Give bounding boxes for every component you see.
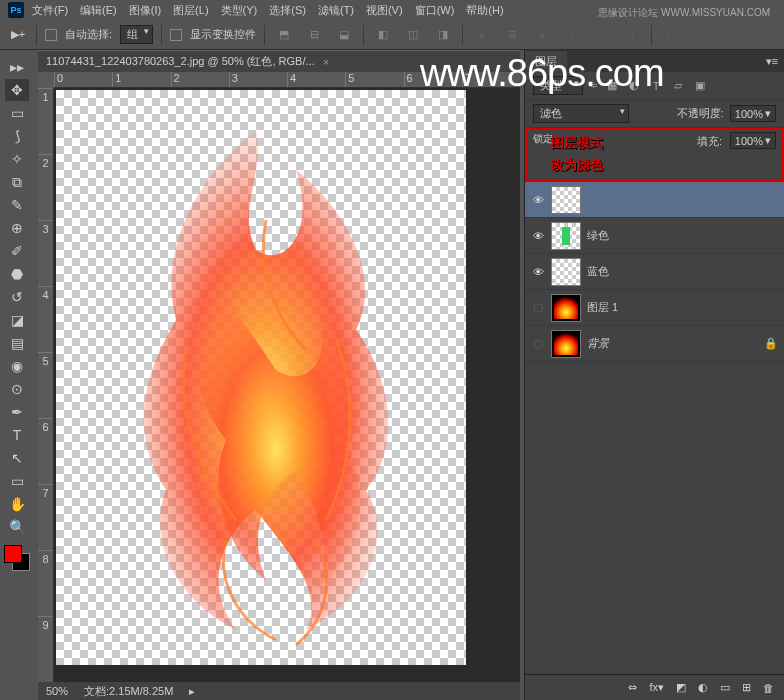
blend-mode-select[interactable]: 滤色 (533, 104, 629, 123)
align-hcenter-icon[interactable]: ◫ (402, 24, 424, 46)
group-icon[interactable]: ▭ (720, 681, 730, 694)
filter-pixel-icon[interactable]: ▦ (604, 78, 620, 94)
move-tool[interactable]: ✥ (5, 79, 29, 101)
layer-thumb[interactable] (551, 186, 581, 214)
status-bar: 50% 文档:2.15M/8.25M ▸ (38, 682, 520, 700)
layer-name[interactable]: 蓝色 (587, 264, 778, 279)
artboard[interactable] (56, 90, 466, 665)
align-left-icon[interactable]: ◧ (372, 24, 394, 46)
new-layer-icon[interactable]: ⊞ (742, 681, 751, 694)
dodge-tool[interactable]: ⊙ (5, 378, 29, 400)
filter-adjust-icon[interactable]: ◐ (626, 78, 642, 94)
layer-row[interactable]: 👁 绿色 (525, 218, 784, 254)
align-top-icon[interactable]: ⬒ (273, 24, 295, 46)
auto-select-checkbox[interactable] (45, 29, 57, 41)
visibility-icon[interactable]: 👁 (531, 193, 545, 207)
opacity-value[interactable]: 100% ▾ (730, 105, 776, 122)
close-tab-icon[interactable]: × (323, 56, 329, 68)
visibility-icon[interactable]: ▢ (531, 301, 545, 315)
show-transform-checkbox[interactable] (170, 29, 182, 41)
visibility-icon[interactable]: 👁 (531, 265, 545, 279)
gradient-tool[interactable]: ▤ (5, 332, 29, 354)
menu-window[interactable]: 窗口(W) (411, 1, 459, 20)
stamp-tool[interactable]: ⬣ (5, 263, 29, 285)
menu-file[interactable]: 文件(F) (28, 1, 72, 20)
layer-fx-icon[interactable]: fx▾ (649, 681, 664, 694)
adjustment-layer-icon[interactable]: ◐ (698, 681, 708, 694)
distribute-left-icon[interactable]: ⋮ (561, 24, 583, 46)
visibility-icon[interactable]: 👁 (531, 229, 545, 243)
distribute-hcenter-icon[interactable]: ⋮ (591, 24, 613, 46)
delete-layer-icon[interactable]: 🗑 (763, 682, 774, 694)
distribute-top-icon[interactable]: ≡ (471, 24, 493, 46)
blur-tool[interactable]: ◉ (5, 355, 29, 377)
hand-tool[interactable]: ✋ (5, 493, 29, 515)
layer-row[interactable]: 👁 (525, 182, 784, 218)
layer-name[interactable]: 绿色 (587, 228, 778, 243)
layer-row[interactable]: ▢ 图层 1 (525, 290, 784, 326)
layer-thumb[interactable] (551, 294, 581, 322)
path-tool[interactable]: ↖ (5, 447, 29, 469)
3d-mode-icon[interactable]: ⬚ (660, 24, 682, 46)
align-vcenter-icon[interactable]: ⊟ (303, 24, 325, 46)
layer-name[interactable]: 背景 (587, 336, 758, 351)
canvas[interactable] (54, 88, 520, 682)
pen-tool[interactable]: ✒ (5, 401, 29, 423)
layer-thumb[interactable] (551, 222, 581, 250)
distribute-bottom-icon[interactable]: ≡ (531, 24, 553, 46)
menu-filter[interactable]: 滤镜(T) (314, 1, 358, 20)
fill-label: 填充: (697, 134, 722, 149)
tab-layers[interactable]: 图层 (525, 51, 567, 72)
color-swatch[interactable] (4, 545, 30, 571)
layer-row[interactable]: ▢ 背景 🔒 (525, 326, 784, 362)
align-bottom-icon[interactable]: ⬓ (333, 24, 355, 46)
layer-thumb[interactable] (551, 258, 581, 286)
layers-panel: 图层 ▾≡ 类型 ≑ ▦ ◐ T ▱ ▣ 滤色 不透明度: 100% ▾ 锁定 … (524, 50, 784, 700)
lasso-tool[interactable]: ⟆ (5, 125, 29, 147)
layer-row[interactable]: 👁 蓝色 (525, 254, 784, 290)
brush-tool[interactable]: ✐ (5, 240, 29, 262)
document-tab[interactable]: 11074431_122403780263_2.jpg @ 50% (红色, R… (38, 50, 520, 72)
layer-name[interactable]: 图层 1 (587, 300, 778, 315)
filter-shape-icon[interactable]: ▱ (670, 78, 686, 94)
menu-edit[interactable]: 编辑(E) (76, 1, 121, 20)
fill-value[interactable]: 100% ▾ (730, 132, 776, 149)
wand-tool[interactable]: ✧ (5, 148, 29, 170)
menu-layer[interactable]: 图层(L) (169, 1, 212, 20)
collapse-icon[interactable]: ▸▸ (5, 56, 29, 78)
distribute-right-icon[interactable]: ⋮ (621, 24, 643, 46)
ruler-horizontal[interactable]: 0 1 2 3 4 5 6 7 (54, 72, 520, 88)
menu-view[interactable]: 视图(V) (362, 1, 407, 20)
menubar: Ps 文件(F) 编辑(E) 图像(I) 图层(L) 类型(Y) 选择(S) 滤… (0, 0, 784, 20)
shape-tool[interactable]: ▭ (5, 470, 29, 492)
foreground-color[interactable] (4, 545, 22, 563)
auto-select-target[interactable]: 组 (120, 25, 153, 44)
crop-tool[interactable]: ⧉ (5, 171, 29, 193)
align-right-icon[interactable]: ◨ (432, 24, 454, 46)
zoom-level[interactable]: 50% (46, 685, 68, 697)
eyedropper-tool[interactable]: ✎ (5, 194, 29, 216)
menu-help[interactable]: 帮助(H) (462, 1, 507, 20)
ruler-vertical[interactable]: 1 2 3 4 5 6 7 8 9 (38, 88, 54, 682)
menu-image[interactable]: 图像(I) (125, 1, 165, 20)
layer-thumb[interactable] (551, 330, 581, 358)
zoom-tool[interactable]: 🔍 (5, 516, 29, 538)
filter-type-icon[interactable]: T (648, 78, 664, 94)
visibility-icon[interactable]: ▢ (531, 337, 545, 351)
doc-info-flyout-icon[interactable]: ▸ (189, 685, 195, 698)
distribute-vcenter-icon[interactable]: ≣ (501, 24, 523, 46)
menu-select[interactable]: 选择(S) (265, 1, 310, 20)
panel-menu-icon[interactable]: ▾≡ (760, 55, 784, 68)
ruler-origin[interactable] (38, 72, 54, 88)
filter-kind-select[interactable]: 类型 (533, 76, 583, 95)
link-layers-icon[interactable]: ⇔ (628, 681, 637, 694)
type-tool[interactable]: T (5, 424, 29, 446)
menu-type[interactable]: 类型(Y) (217, 1, 262, 20)
heal-tool[interactable]: ⊕ (5, 217, 29, 239)
annotation-mode: 图层模式 (551, 134, 603, 152)
eraser-tool[interactable]: ◪ (5, 309, 29, 331)
history-brush-tool[interactable]: ↺ (5, 286, 29, 308)
marquee-tool[interactable]: ▭ (5, 102, 29, 124)
filter-smart-icon[interactable]: ▣ (692, 78, 708, 94)
layer-mask-icon[interactable]: ◩ (676, 681, 686, 694)
